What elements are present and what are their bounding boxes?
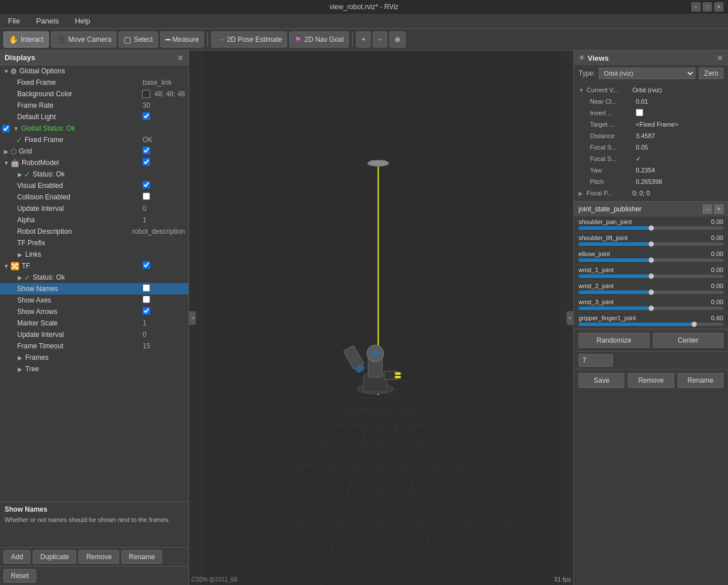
- expand-frames[interactable]: ▶: [16, 354, 24, 362]
- tree-row-fixed-frame-status[interactable]: ✓ Fixed Frame OK: [0, 134, 188, 146]
- select-button[interactable]: ▢ Select: [119, 32, 158, 48]
- show-names-checkbox[interactable]: [143, 284, 150, 292]
- expand-tree[interactable]: ▶: [16, 365, 24, 373]
- center-button[interactable]: Center: [653, 333, 724, 348]
- displays-tree[interactable]: ▼ ⚙ Global Options Fixed Frame base_link…: [0, 65, 188, 501]
- grid-checkbox[interactable]: [143, 147, 150, 154]
- expand-grid[interactable]: ▶: [2, 147, 10, 155]
- tree-row-frame-rate[interactable]: Frame Rate 30: [0, 100, 188, 111]
- joint-slider-track-3[interactable]: [579, 274, 723, 278]
- tree-row-tf-prefix[interactable]: TF Prefix: [0, 237, 188, 249]
- reset-button[interactable]: Reset: [3, 569, 36, 583]
- tree-row-visual-enabled[interactable]: Visual Enabled: [0, 180, 188, 191]
- tree-row-rm-status[interactable]: ▶ ✓ Status: Ok: [0, 168, 188, 180]
- expand-tf[interactable]: ▼: [2, 262, 10, 270]
- tree-row-collision-enabled[interactable]: Collision Enabled: [0, 191, 188, 203]
- expand-rm-status[interactable]: ▶: [16, 170, 24, 178]
- joint-slider-track-2[interactable]: [579, 258, 723, 262]
- resize-handle-right[interactable]: ▸: [566, 311, 573, 325]
- remove-button[interactable]: Remove: [78, 550, 119, 564]
- expand-global-status[interactable]: ▼: [12, 124, 20, 132]
- duplicate-button[interactable]: Duplicate: [33, 550, 76, 564]
- views-close-button[interactable]: ✕: [717, 53, 723, 62]
- tree-row-fixed-frame[interactable]: Fixed Frame base_link: [0, 77, 188, 88]
- expand-robotmodel[interactable]: ▼: [2, 159, 10, 167]
- joint-slider-thumb-2[interactable]: [648, 257, 654, 263]
- joint-slider-thumb-6[interactable]: [691, 321, 697, 327]
- menu-panels[interactable]: Panels: [33, 15, 62, 26]
- minimize-button[interactable]: ─: [691, 2, 701, 11]
- joint-slider-thumb-4[interactable]: [648, 289, 654, 295]
- pose-estimate-button[interactable]: → 2D Pose Estimate: [211, 32, 287, 48]
- menu-help[interactable]: Help: [72, 15, 94, 26]
- joint-slider-thumb-3[interactable]: [648, 273, 654, 279]
- views-yaw-row[interactable]: Yaw 0.2354: [574, 164, 728, 176]
- close-button[interactable]: ✕: [714, 2, 723, 11]
- expand-current-view[interactable]: ▼: [579, 87, 587, 93]
- tree-row-marker-scale[interactable]: Marker Scale 1: [0, 317, 188, 329]
- tree-row-tf-status[interactable]: ▶ ✓ Status: Ok: [0, 272, 188, 283]
- views-target-row[interactable]: Target ... <Fixed Frame>: [574, 119, 728, 130]
- views-focal-s2-row[interactable]: Focal S... ✓: [574, 153, 728, 164]
- maximize-button[interactable]: □: [703, 2, 712, 11]
- tree-row-show-axes[interactable]: Show Axes: [0, 295, 188, 306]
- tree-row-show-names[interactable]: Show Names: [0, 283, 188, 295]
- default-light-checkbox[interactable]: [143, 112, 150, 120]
- views-invert-row[interactable]: Invert ...: [574, 107, 728, 119]
- robotmodel-checkbox[interactable]: [143, 158, 150, 166]
- expand-global-options[interactable]: ▼: [2, 67, 10, 75]
- views-remove-button[interactable]: Remove: [628, 373, 674, 388]
- views-near-cl-row[interactable]: Near Cl... 0.01: [574, 96, 728, 107]
- show-axes-checkbox[interactable]: [143, 296, 150, 303]
- rename-button[interactable]: Rename: [121, 550, 162, 564]
- 3d-viewport[interactable]: ◂: [189, 50, 573, 585]
- resize-handle-left[interactable]: ◂: [189, 311, 196, 325]
- joint-slider-track-0[interactable]: [579, 226, 723, 230]
- save-button[interactable]: Save: [579, 373, 624, 388]
- expand-focal-p[interactable]: ▶: [579, 190, 587, 197]
- tree-row-update-interval[interactable]: Update Interval 0: [0, 203, 188, 214]
- global-status-checkbox[interactable]: [2, 125, 10, 132]
- tree-row-global-status[interactable]: ▼ Global Status: Ok: [0, 123, 188, 134]
- tree-row-default-light[interactable]: Default Light: [0, 111, 188, 123]
- interact-button[interactable]: ✋ Interact: [3, 32, 49, 48]
- expand-tf-status[interactable]: ▶: [16, 273, 24, 281]
- tree-row-tree[interactable]: ▶ Tree: [0, 363, 188, 375]
- displays-close-button[interactable]: ✕: [177, 53, 184, 62]
- jsp-close-button[interactable]: ✕: [714, 205, 723, 214]
- joint-slider-thumb-1[interactable]: [648, 241, 654, 247]
- tree-row-frames[interactable]: ▶ Frames: [0, 352, 188, 363]
- views-type-select[interactable]: Orbit (rviz): [599, 68, 695, 79]
- nav-goal-button[interactable]: ⚑ 2D Nav Goal: [289, 32, 349, 48]
- tree-row-tf[interactable]: ▼ 🔀 TF: [0, 260, 188, 272]
- invert-checkbox[interactable]: [636, 109, 643, 116]
- tree-row-robotmodel[interactable]: ▼ 🤖 RobotModel: [0, 157, 188, 168]
- move-camera-button[interactable]: 🎥 Move Camera: [51, 32, 116, 48]
- tree-row-grid[interactable]: ▶ ⬡ Grid: [0, 146, 188, 157]
- jsp-number-input[interactable]: [579, 354, 613, 367]
- joint-slider-track-5[interactable]: [579, 307, 723, 310]
- joint-slider-track-6[interactable]: [579, 323, 723, 326]
- tree-row-links[interactable]: ▶ Links: [0, 249, 188, 260]
- jsp-minimize-button[interactable]: ─: [703, 205, 712, 214]
- tree-row-tf-update-interval[interactable]: Update Interval 0: [0, 329, 188, 340]
- joint-slider-track-4[interactable]: [579, 290, 723, 294]
- tf-checkbox[interactable]: [143, 261, 150, 269]
- tree-row-global-options[interactable]: ▼ ⚙ Global Options: [0, 65, 188, 77]
- expand-links[interactable]: ▶: [16, 250, 24, 258]
- views-pitch-row[interactable]: Pitch 0.265398: [574, 176, 728, 187]
- remove-point-button[interactable]: −: [373, 32, 387, 48]
- tree-row-show-arrows[interactable]: Show Arrows: [0, 306, 188, 317]
- add-button[interactable]: Add: [3, 550, 30, 564]
- views-current-v-row[interactable]: ▼ Current V... Orbit (rviz): [574, 84, 728, 96]
- joint-slider-track-1[interactable]: [579, 242, 723, 246]
- views-focal-p-row[interactable]: ▶ Focal P... 0; 0; 0: [574, 187, 728, 199]
- measure-button[interactable]: ━ Measure: [160, 32, 204, 48]
- joint-slider-thumb-5[interactable]: [648, 305, 654, 311]
- show-arrows-checkbox[interactable]: [143, 307, 150, 315]
- views-focal-s1-row[interactable]: Focal S... 0.05: [574, 142, 728, 153]
- menu-file[interactable]: File: [5, 15, 23, 26]
- crosshair-button[interactable]: ⊕: [389, 32, 406, 48]
- randomize-button[interactable]: Randomize: [579, 333, 650, 348]
- joint-slider-thumb-0[interactable]: [648, 225, 654, 231]
